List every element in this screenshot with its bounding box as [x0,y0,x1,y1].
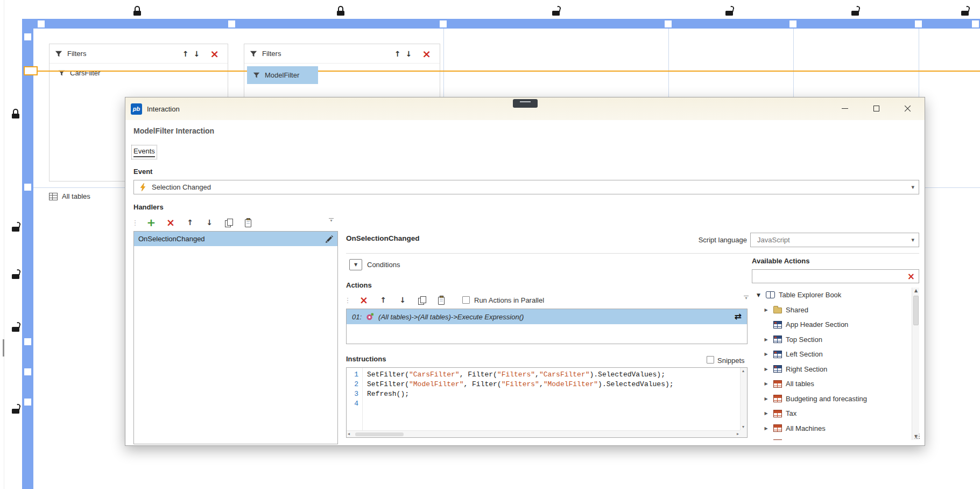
tree-item[interactable]: All Machines [752,421,911,436]
handler-list-item-selected[interactable]: OnSelectionChanged [134,232,337,246]
conditions-expander-button[interactable] [349,259,362,270]
code-line[interactable]: Refresh(); [363,390,409,398]
padlock-unlocked-icon[interactable] [12,222,20,232]
resize-handle[interactable] [915,20,922,27]
resize-handle[interactable] [972,20,979,27]
expander-icon[interactable] [763,352,770,357]
resize-handle[interactable] [24,338,31,345]
padlock-unlocked-icon[interactable] [12,404,20,414]
copy-handler-button[interactable] [223,216,235,228]
move-handler-up-button[interactable] [184,216,196,228]
scrollbar-thumb[interactable] [355,432,404,436]
delete-handler-button[interactable] [165,216,177,228]
code-line[interactable]: SetFilter("ModelFilter", Filter("Filters… [363,380,674,388]
scroll-left-icon[interactable] [348,432,350,436]
expander-icon[interactable] [763,381,770,386]
scroll-right-icon[interactable] [737,432,739,436]
tree-item[interactable]: Tax [752,406,911,421]
expander-icon[interactable] [763,396,770,401]
resize-handle[interactable] [228,20,235,27]
column-selection-bar[interactable] [22,19,33,489]
tree-item[interactable]: App Header Section [752,317,911,332]
move-up-icon[interactable] [394,50,401,58]
action-list-item-selected[interactable]: 01: (All tables)->(All tables)->Execute … [347,309,747,324]
delete-action-button[interactable] [358,294,370,306]
script-language-dropdown[interactable]: JavaScript [750,233,919,247]
copy-action-button[interactable] [416,294,428,306]
paste-action-button[interactable] [435,294,447,306]
expander-icon[interactable] [763,426,770,431]
resize-handle[interactable] [24,184,31,191]
move-action-up-button[interactable] [377,294,389,306]
editor-horizontal-scrollbar[interactable] [347,430,740,437]
delete-icon[interactable] [422,48,431,59]
actions-list[interactable]: 01: (All tables)->(All tables)->Execute … [346,309,748,344]
maximize-icon[interactable] [864,100,888,116]
tree-item[interactable]: Top Section [752,332,911,347]
handlers-list[interactable]: OnSelectionChanged [133,231,338,444]
move-up-icon[interactable] [182,50,189,58]
padlock-locked-icon[interactable] [133,6,142,16]
tree-item[interactable]: Shared [752,303,911,318]
snippets-checkbox[interactable] [707,356,714,364]
toolbar-overflow-icon[interactable] [743,296,750,301]
padlock-unlocked-icon[interactable] [552,6,560,16]
padlock-locked-icon[interactable] [337,6,345,16]
resize-handle[interactable] [440,20,447,27]
filter-item-selected[interactable]: ModelFilter [247,66,318,84]
move-handler-down-button[interactable] [203,216,215,228]
expander-icon[interactable] [755,292,762,298]
row-selection-bar[interactable] [33,19,980,29]
available-actions-search[interactable] [752,269,919,283]
expander-icon[interactable] [763,308,770,312]
minimize-icon[interactable] [833,100,857,116]
move-down-icon[interactable] [406,50,412,58]
padlock-unlocked-icon[interactable] [961,6,969,16]
resize-handle[interactable] [665,20,672,27]
expander-icon[interactable] [763,367,770,372]
scroll-down-icon[interactable] [742,425,744,429]
tree-item[interactable]: Table Explorer Book [752,288,911,303]
tree-item[interactable]: All tables [752,376,911,392]
padlock-unlocked-icon[interactable] [12,269,20,279]
move-action-down-button[interactable] [397,294,408,306]
dialog-titlebar[interactable]: pb Interaction [125,97,925,120]
resize-handle[interactable] [38,20,45,27]
toolbar-overflow-icon[interactable] [328,218,335,223]
event-dropdown[interactable]: Selection Changed [133,180,919,194]
tree-scrollbar[interactable]: ▲ ▼ [912,288,919,440]
scroll-up-icon[interactable]: ▲ [912,289,919,293]
available-actions-tree[interactable]: Table Explorer Book Shared App Header Se… [752,288,919,440]
resize-handle[interactable] [24,368,31,375]
resize-handle[interactable] [24,399,31,406]
splitter-handle[interactable] [3,339,4,357]
drag-grip[interactable] [513,99,538,108]
padlock-unlocked-icon[interactable] [725,6,734,16]
search-input[interactable] [752,270,907,283]
tree-item[interactable]: Budgeting and forecasting [752,392,911,407]
scrollbar-thumb[interactable] [913,296,919,325]
code-editor[interactable]: 1 SetFilter("CarsFilter", Filter("Filter… [346,367,748,438]
editor-vertical-scrollbar[interactable] [740,368,747,430]
expander-icon[interactable] [763,337,770,342]
expander-icon[interactable] [763,411,770,416]
scroll-up-icon[interactable] [742,369,744,373]
tree-item[interactable] [752,436,911,440]
code-line[interactable]: SetFilter("CarsFilter", Filter("Filters"… [363,371,665,379]
padlock-unlocked-icon[interactable] [851,6,859,16]
resize-handle[interactable] [24,33,31,40]
padlock-locked-icon[interactable] [12,109,20,118]
tree-item[interactable]: Left Section [752,347,911,362]
delete-icon[interactable] [210,48,219,59]
move-down-icon[interactable] [194,50,200,58]
run-parallel-checkbox[interactable] [462,296,470,304]
close-icon[interactable] [896,100,919,116]
resize-handle[interactable] [789,20,796,27]
swap-icon[interactable] [735,312,742,321]
orange-guide-line[interactable] [25,71,980,72]
padlock-unlocked-icon[interactable] [12,322,20,332]
paste-handler-button[interactable] [242,216,254,228]
tab-events[interactable]: Events [133,147,155,157]
dialog-resize-grip[interactable] [913,432,921,440]
orange-guide-handle[interactable] [24,66,38,75]
